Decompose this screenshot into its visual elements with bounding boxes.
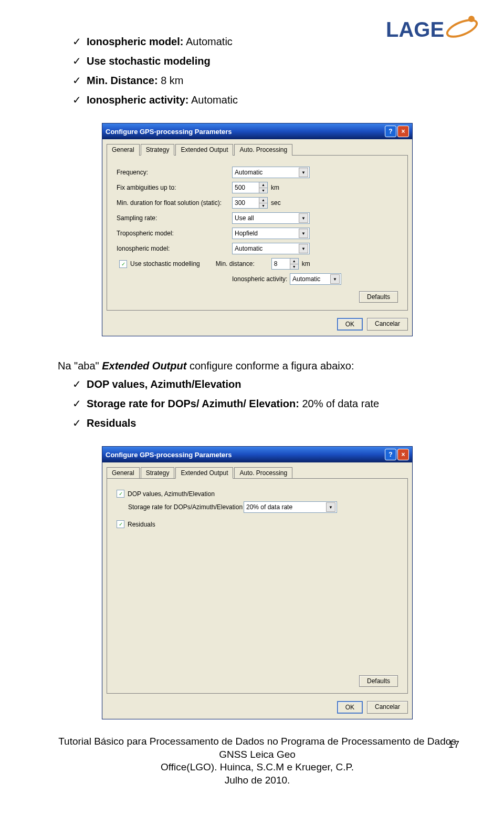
- spinner-down-icon[interactable]: ▼: [259, 188, 267, 193]
- bullet-rest: Automatic: [189, 94, 238, 106]
- ionospheric-model-label: Ionospheric model:: [117, 245, 232, 252]
- fix-ambiguities-value: 500: [233, 182, 259, 193]
- gps-processing-dialog-strategy: Configure GPS-processing Parameters ? × …: [102, 123, 413, 336]
- dop-values-checkbox[interactable]: ✓ DOP values, Azimuth/Elevation: [117, 490, 215, 498]
- sampling-rate-combo[interactable]: Use all ▼: [232, 212, 310, 224]
- dialog-titlebar: Configure GPS-processing Parameters ? ×: [102, 447, 412, 462]
- ionospheric-activity-label: Ionospheric activity:: [232, 275, 290, 283]
- spinner-up-icon[interactable]: ▲: [259, 198, 267, 203]
- tab-general[interactable]: General: [107, 467, 140, 479]
- ok-button[interactable]: OK: [337, 318, 363, 331]
- bullet-bold: Use stochastic modeling: [87, 55, 211, 67]
- sampling-rate-label: Sampling rate:: [117, 214, 232, 222]
- gps-processing-dialog-extended: Configure GPS-processing Parameters ? × …: [102, 446, 413, 719]
- tab-extended-output[interactable]: Extended Output: [175, 467, 233, 479]
- page-footer: Tutorial Básico para Processamento de Da…: [58, 735, 457, 787]
- min-distance-value: 8: [272, 259, 290, 269]
- tab-strategy[interactable]: Strategy: [141, 144, 175, 156]
- min-distance-label: Min. distance:: [216, 260, 258, 267]
- bullet-item: ✓ Storage rate for DOPs/ Azimuth/ Elevat…: [72, 397, 457, 411]
- checkbox-icon: ✓: [117, 490, 124, 498]
- stochastic-label: Use stochastic modelling: [130, 260, 200, 267]
- dialog-title: Configure GPS-processing Parameters: [106, 451, 232, 459]
- footer-line-1: Tutorial Básico para Processamento de Da…: [58, 735, 457, 761]
- section-intro: Na "aba" Extended Output configure confo…: [58, 360, 457, 372]
- defaults-button[interactable]: Defaults: [359, 291, 398, 303]
- checkbox-icon: ✓: [119, 260, 127, 268]
- ionospheric-activity-combo[interactable]: Automatic ▼: [290, 273, 341, 285]
- bullet-rest: 20% of data rate: [299, 398, 379, 409]
- chevron-down-icon: ▼: [299, 213, 308, 223]
- residuals-label: Residuals: [128, 521, 155, 528]
- tropospheric-label: Tropospheric model:: [117, 230, 232, 237]
- bullet-bold: Residuals: [87, 417, 136, 429]
- bullet-item: ✓ Min. Distance: 8 km: [72, 74, 457, 88]
- tab-set: General Strategy Extended Output Auto. P…: [102, 462, 412, 478]
- min-duration-value: 300: [233, 198, 259, 208]
- chevron-down-icon: ▼: [330, 274, 340, 284]
- frequency-value: Automatic: [235, 169, 262, 176]
- footer-line-2: Office(LGO). Huinca, S.C.M e Krueger, C.…: [58, 761, 457, 774]
- svg-text:LAGE: LAGE: [386, 18, 444, 41]
- bullet-bold: Storage rate for DOPs/ Azimuth/ Elevatio…: [87, 398, 299, 409]
- page-number: 17: [448, 739, 459, 750]
- tropospheric-combo[interactable]: Hopfield ▼: [232, 228, 310, 239]
- fix-ambiguities-label: Fix ambiguities up to:: [117, 184, 232, 191]
- tab-extended-output[interactable]: Extended Output: [175, 144, 233, 156]
- close-button[interactable]: ×: [397, 126, 409, 137]
- check-icon: ✓: [72, 377, 81, 391]
- bullet-item: ✓ Ionospheric activity: Automatic: [72, 93, 457, 107]
- check-icon: ✓: [72, 35, 81, 49]
- close-button[interactable]: ×: [397, 449, 409, 460]
- fix-ambiguities-spinner[interactable]: 500 ▲▼: [232, 182, 268, 193]
- chevron-down-icon: ▼: [326, 502, 335, 512]
- ionospheric-activity-value: Automatic: [292, 275, 320, 283]
- tropospheric-value: Hopfield: [235, 230, 258, 237]
- bullet-list-mid: ✓ DOP values, Azimuth/Elevation ✓ Storag…: [58, 377, 457, 430]
- tab-auto-processing[interactable]: Auto. Processing: [234, 144, 292, 156]
- intro-text-c: configure conforme a figura abaixo:: [186, 360, 354, 372]
- ok-button[interactable]: OK: [337, 701, 363, 714]
- dialog-titlebar: Configure GPS-processing Parameters ? ×: [102, 123, 412, 139]
- help-button[interactable]: ?: [385, 449, 396, 460]
- bullet-bold: Ionospheric model:: [87, 36, 183, 47]
- min-distance-spinner[interactable]: 8 ▲▼: [271, 258, 299, 270]
- dop-values-label: DOP values, Azimuth/Elevation: [128, 490, 215, 498]
- tab-set: General Strategy Extended Output Auto. P…: [102, 139, 412, 155]
- km-unit: km: [302, 260, 310, 267]
- defaults-button[interactable]: Defaults: [359, 675, 398, 687]
- cancel-button[interactable]: Cancelar: [367, 701, 408, 714]
- svg-point-1: [468, 16, 475, 22]
- help-button[interactable]: ?: [385, 126, 396, 137]
- lage-logo: LAGE: [381, 11, 480, 51]
- bullet-bold: DOP values, Azimuth/Elevation: [87, 378, 242, 390]
- storage-rate-label: Storage rate for DOPs/Azimuth/Elevation: [128, 503, 244, 511]
- stochastic-checkbox[interactable]: ✓ Use stochastic modelling: [119, 260, 200, 268]
- residuals-checkbox[interactable]: ✓ Residuals: [117, 520, 155, 528]
- check-icon: ✓: [72, 397, 81, 411]
- cancel-button[interactable]: Cancelar: [367, 318, 408, 331]
- chevron-down-icon: ▼: [299, 244, 308, 253]
- sampling-rate-value: Use all: [235, 214, 254, 222]
- bullet-rest: Automatic: [183, 36, 232, 47]
- check-icon: ✓: [72, 416, 81, 430]
- ionospheric-model-value: Automatic: [235, 245, 262, 252]
- sec-unit: sec: [271, 199, 281, 207]
- check-icon: ✓: [72, 93, 81, 107]
- tab-general[interactable]: General: [107, 144, 140, 156]
- storage-rate-value: 20% of data rate: [246, 503, 292, 511]
- storage-rate-combo[interactable]: 20% of data rate ▼: [244, 501, 337, 513]
- intro-text-b: Extended Output: [102, 360, 186, 372]
- spinner-up-icon[interactable]: ▲: [290, 259, 298, 264]
- bullet-rest: 8 km: [158, 75, 184, 86]
- ionospheric-model-combo[interactable]: Automatic ▼: [232, 243, 310, 254]
- check-icon: ✓: [72, 74, 81, 88]
- tab-auto-processing[interactable]: Auto. Processing: [234, 467, 292, 479]
- min-duration-spinner[interactable]: 300 ▲▼: [232, 197, 268, 209]
- intro-text-a: Na "aba": [58, 360, 102, 372]
- spinner-down-icon[interactable]: ▼: [290, 264, 298, 270]
- spinner-down-icon[interactable]: ▼: [259, 203, 267, 209]
- spinner-up-icon[interactable]: ▲: [259, 182, 267, 188]
- frequency-combo[interactable]: Automatic ▼: [232, 167, 310, 178]
- tab-strategy[interactable]: Strategy: [141, 467, 175, 479]
